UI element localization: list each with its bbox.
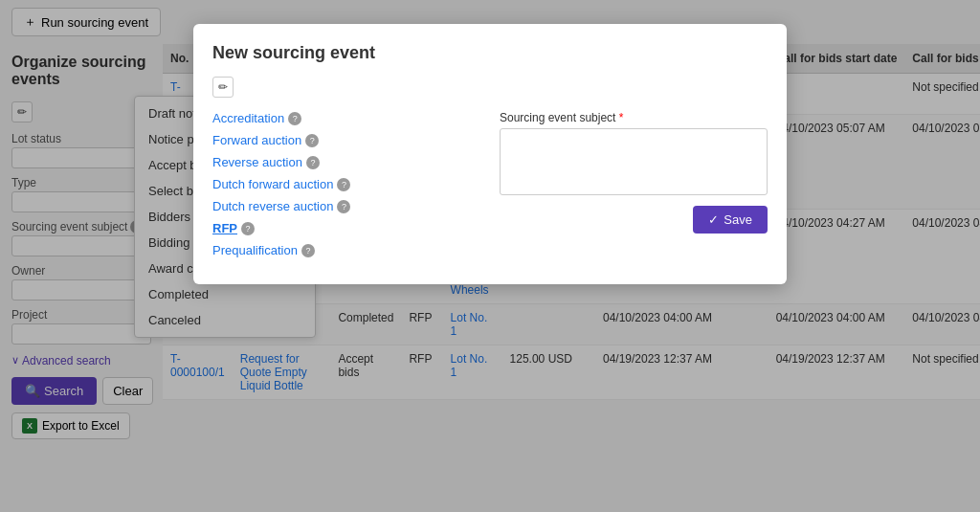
event-type-help-icon[interactable]: ? (288, 112, 301, 125)
event-type-link[interactable]: Forward auction (212, 133, 301, 147)
sourcing-subject-textarea[interactable] (500, 128, 768, 195)
event-type-link[interactable]: Dutch forward auction (212, 177, 333, 191)
event-type-help-icon[interactable]: ? (301, 244, 315, 257)
new-sourcing-event-modal: New sourcing event ✏ Accreditation?Forwa… (193, 24, 787, 284)
event-type-link[interactable]: Reverse auction (212, 155, 302, 169)
event-type-item[interactable]: Dutch reverse auction? (212, 199, 480, 213)
save-button[interactable]: ✓ Save (693, 206, 768, 234)
event-type-item[interactable]: Reverse auction? (212, 155, 480, 169)
checkmark-icon: ✓ (708, 212, 719, 227)
event-type-help-icon[interactable]: ? (306, 156, 320, 169)
event-type-help-icon[interactable]: ? (305, 134, 319, 147)
modal-pencil-icon[interactable]: ✏ (212, 77, 234, 98)
event-type-item[interactable]: Dutch forward auction? (212, 177, 480, 191)
event-type-item[interactable]: Accreditation? (212, 111, 480, 125)
event-type-link[interactable]: Prequalification (212, 243, 298, 257)
event-type-help-icon[interactable]: ? (337, 178, 350, 191)
page: ＋ Run sourcing event Organize sourcing e… (0, 0, 980, 512)
modal-overlay[interactable]: New sourcing event ✏ Accreditation?Forwa… (0, 0, 980, 512)
event-type-link[interactable]: Accreditation (212, 111, 284, 125)
sourcing-subject-label: Sourcing event subject * (500, 111, 768, 124)
event-type-item[interactable]: Prequalification? (212, 243, 480, 257)
event-type-item[interactable]: RFP? (212, 221, 480, 235)
required-star: * (619, 111, 624, 124)
event-type-help-icon[interactable]: ? (241, 222, 255, 235)
event-type-item[interactable]: Forward auction? (212, 133, 480, 147)
modal-event-types: Accreditation?Forward auction?Reverse au… (212, 111, 480, 265)
event-type-link[interactable]: Dutch reverse auction (212, 199, 333, 213)
modal-body: Accreditation?Forward auction?Reverse au… (212, 111, 768, 265)
event-type-link[interactable]: RFP (212, 221, 237, 235)
event-type-help-icon[interactable]: ? (337, 200, 350, 213)
modal-title: New sourcing event (212, 43, 768, 63)
modal-right-panel: Sourcing event subject * ✓ Save (500, 111, 768, 265)
